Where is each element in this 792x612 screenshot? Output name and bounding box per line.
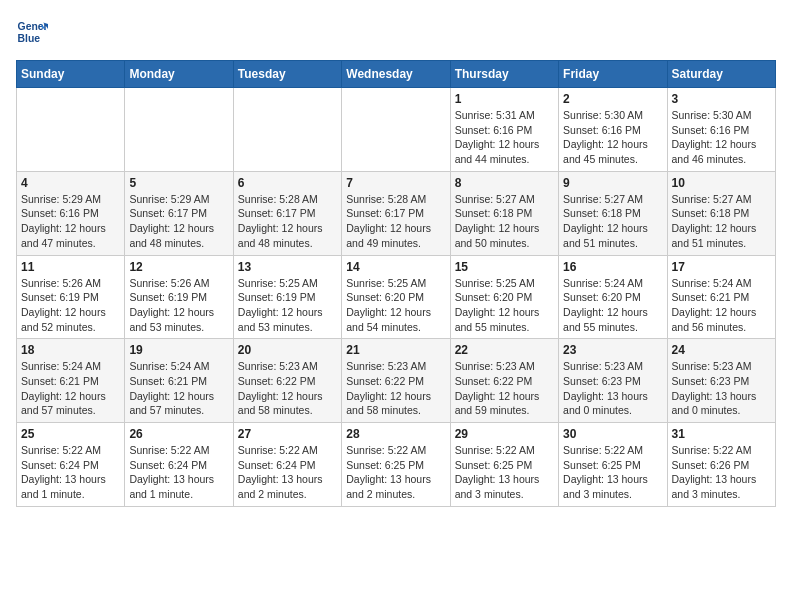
calendar-cell: 28Sunrise: 5:22 AM Sunset: 6:25 PM Dayli… <box>342 423 450 507</box>
calendar-cell: 27Sunrise: 5:22 AM Sunset: 6:24 PM Dayli… <box>233 423 341 507</box>
day-number: 30 <box>563 427 662 441</box>
weekday-header: Monday <box>125 61 233 88</box>
calendar-cell: 26Sunrise: 5:22 AM Sunset: 6:24 PM Dayli… <box>125 423 233 507</box>
calendar-cell: 24Sunrise: 5:23 AM Sunset: 6:23 PM Dayli… <box>667 339 775 423</box>
day-info: Sunrise: 5:30 AM Sunset: 6:16 PM Dayligh… <box>563 108 662 167</box>
day-number: 25 <box>21 427 120 441</box>
calendar-cell: 16Sunrise: 5:24 AM Sunset: 6:20 PM Dayli… <box>559 255 667 339</box>
calendar-cell: 7Sunrise: 5:28 AM Sunset: 6:17 PM Daylig… <box>342 171 450 255</box>
calendar-week: 25Sunrise: 5:22 AM Sunset: 6:24 PM Dayli… <box>17 423 776 507</box>
calendar-cell: 1Sunrise: 5:31 AM Sunset: 6:16 PM Daylig… <box>450 88 558 172</box>
calendar-cell: 6Sunrise: 5:28 AM Sunset: 6:17 PM Daylig… <box>233 171 341 255</box>
day-info: Sunrise: 5:29 AM Sunset: 6:16 PM Dayligh… <box>21 192 120 251</box>
calendar-cell: 8Sunrise: 5:27 AM Sunset: 6:18 PM Daylig… <box>450 171 558 255</box>
calendar-cell: 5Sunrise: 5:29 AM Sunset: 6:17 PM Daylig… <box>125 171 233 255</box>
day-info: Sunrise: 5:22 AM Sunset: 6:24 PM Dayligh… <box>129 443 228 502</box>
day-number: 11 <box>21 260 120 274</box>
calendar: SundayMondayTuesdayWednesdayThursdayFrid… <box>16 60 776 507</box>
day-number: 3 <box>672 92 771 106</box>
day-info: Sunrise: 5:23 AM Sunset: 6:23 PM Dayligh… <box>672 359 771 418</box>
day-number: 19 <box>129 343 228 357</box>
day-number: 23 <box>563 343 662 357</box>
day-number: 17 <box>672 260 771 274</box>
day-number: 12 <box>129 260 228 274</box>
day-info: Sunrise: 5:25 AM Sunset: 6:19 PM Dayligh… <box>238 276 337 335</box>
day-number: 4 <box>21 176 120 190</box>
day-number: 28 <box>346 427 445 441</box>
day-number: 14 <box>346 260 445 274</box>
svg-text:Blue: Blue <box>18 33 41 44</box>
day-number: 2 <box>563 92 662 106</box>
calendar-cell <box>342 88 450 172</box>
day-info: Sunrise: 5:23 AM Sunset: 6:22 PM Dayligh… <box>346 359 445 418</box>
calendar-cell: 14Sunrise: 5:25 AM Sunset: 6:20 PM Dayli… <box>342 255 450 339</box>
calendar-cell: 22Sunrise: 5:23 AM Sunset: 6:22 PM Dayli… <box>450 339 558 423</box>
day-number: 9 <box>563 176 662 190</box>
day-info: Sunrise: 5:22 AM Sunset: 6:25 PM Dayligh… <box>346 443 445 502</box>
day-info: Sunrise: 5:25 AM Sunset: 6:20 PM Dayligh… <box>346 276 445 335</box>
calendar-cell: 25Sunrise: 5:22 AM Sunset: 6:24 PM Dayli… <box>17 423 125 507</box>
day-number: 18 <box>21 343 120 357</box>
day-number: 15 <box>455 260 554 274</box>
day-number: 20 <box>238 343 337 357</box>
day-info: Sunrise: 5:23 AM Sunset: 6:22 PM Dayligh… <box>238 359 337 418</box>
calendar-cell: 30Sunrise: 5:22 AM Sunset: 6:25 PM Dayli… <box>559 423 667 507</box>
calendar-cell <box>17 88 125 172</box>
calendar-cell: 11Sunrise: 5:26 AM Sunset: 6:19 PM Dayli… <box>17 255 125 339</box>
weekday-header: Tuesday <box>233 61 341 88</box>
calendar-cell: 9Sunrise: 5:27 AM Sunset: 6:18 PM Daylig… <box>559 171 667 255</box>
day-info: Sunrise: 5:22 AM Sunset: 6:25 PM Dayligh… <box>563 443 662 502</box>
day-number: 27 <box>238 427 337 441</box>
calendar-cell: 13Sunrise: 5:25 AM Sunset: 6:19 PM Dayli… <box>233 255 341 339</box>
calendar-cell: 2Sunrise: 5:30 AM Sunset: 6:16 PM Daylig… <box>559 88 667 172</box>
calendar-cell: 15Sunrise: 5:25 AM Sunset: 6:20 PM Dayli… <box>450 255 558 339</box>
day-info: Sunrise: 5:24 AM Sunset: 6:21 PM Dayligh… <box>672 276 771 335</box>
day-info: Sunrise: 5:31 AM Sunset: 6:16 PM Dayligh… <box>455 108 554 167</box>
day-number: 13 <box>238 260 337 274</box>
day-number: 1 <box>455 92 554 106</box>
day-number: 31 <box>672 427 771 441</box>
day-info: Sunrise: 5:22 AM Sunset: 6:24 PM Dayligh… <box>238 443 337 502</box>
calendar-cell <box>233 88 341 172</box>
day-number: 16 <box>563 260 662 274</box>
day-info: Sunrise: 5:24 AM Sunset: 6:20 PM Dayligh… <box>563 276 662 335</box>
header: General Blue <box>16 16 776 48</box>
day-number: 10 <box>672 176 771 190</box>
calendar-cell: 4Sunrise: 5:29 AM Sunset: 6:16 PM Daylig… <box>17 171 125 255</box>
day-info: Sunrise: 5:29 AM Sunset: 6:17 PM Dayligh… <box>129 192 228 251</box>
weekday-header: Friday <box>559 61 667 88</box>
day-info: Sunrise: 5:24 AM Sunset: 6:21 PM Dayligh… <box>129 359 228 418</box>
calendar-cell: 10Sunrise: 5:27 AM Sunset: 6:18 PM Dayli… <box>667 171 775 255</box>
day-info: Sunrise: 5:26 AM Sunset: 6:19 PM Dayligh… <box>21 276 120 335</box>
calendar-cell <box>125 88 233 172</box>
day-info: Sunrise: 5:22 AM Sunset: 6:25 PM Dayligh… <box>455 443 554 502</box>
calendar-cell: 21Sunrise: 5:23 AM Sunset: 6:22 PM Dayli… <box>342 339 450 423</box>
day-info: Sunrise: 5:26 AM Sunset: 6:19 PM Dayligh… <box>129 276 228 335</box>
weekday-header: Wednesday <box>342 61 450 88</box>
calendar-cell: 3Sunrise: 5:30 AM Sunset: 6:16 PM Daylig… <box>667 88 775 172</box>
calendar-week: 11Sunrise: 5:26 AM Sunset: 6:19 PM Dayli… <box>17 255 776 339</box>
day-info: Sunrise: 5:27 AM Sunset: 6:18 PM Dayligh… <box>455 192 554 251</box>
calendar-cell: 31Sunrise: 5:22 AM Sunset: 6:26 PM Dayli… <box>667 423 775 507</box>
day-number: 7 <box>346 176 445 190</box>
day-info: Sunrise: 5:27 AM Sunset: 6:18 PM Dayligh… <box>672 192 771 251</box>
calendar-cell: 20Sunrise: 5:23 AM Sunset: 6:22 PM Dayli… <box>233 339 341 423</box>
calendar-cell: 18Sunrise: 5:24 AM Sunset: 6:21 PM Dayli… <box>17 339 125 423</box>
calendar-cell: 29Sunrise: 5:22 AM Sunset: 6:25 PM Dayli… <box>450 423 558 507</box>
day-number: 5 <box>129 176 228 190</box>
calendar-cell: 17Sunrise: 5:24 AM Sunset: 6:21 PM Dayli… <box>667 255 775 339</box>
day-number: 26 <box>129 427 228 441</box>
day-number: 8 <box>455 176 554 190</box>
day-number: 22 <box>455 343 554 357</box>
weekday-header: Thursday <box>450 61 558 88</box>
day-info: Sunrise: 5:23 AM Sunset: 6:23 PM Dayligh… <box>563 359 662 418</box>
day-number: 21 <box>346 343 445 357</box>
day-number: 6 <box>238 176 337 190</box>
day-number: 29 <box>455 427 554 441</box>
weekday-header: Saturday <box>667 61 775 88</box>
day-info: Sunrise: 5:22 AM Sunset: 6:24 PM Dayligh… <box>21 443 120 502</box>
calendar-cell: 23Sunrise: 5:23 AM Sunset: 6:23 PM Dayli… <box>559 339 667 423</box>
calendar-week: 4Sunrise: 5:29 AM Sunset: 6:16 PM Daylig… <box>17 171 776 255</box>
day-number: 24 <box>672 343 771 357</box>
day-info: Sunrise: 5:30 AM Sunset: 6:16 PM Dayligh… <box>672 108 771 167</box>
